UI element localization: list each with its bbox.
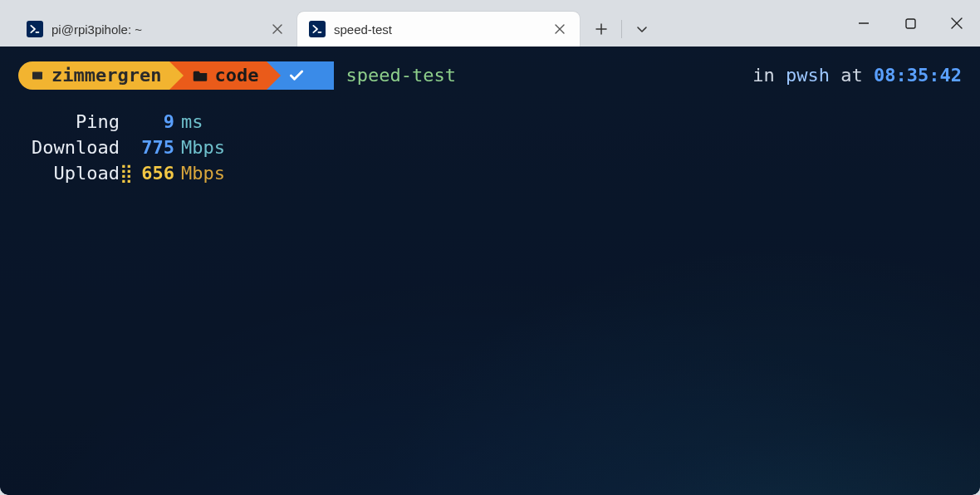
- segment-arrow-icon: [169, 61, 184, 90]
- result-row-upload: Upload ⣿ 656 Mbps: [23, 161, 962, 187]
- svg-rect-0: [36, 32, 40, 33]
- prompt-left: zimmergren code: [18, 61, 456, 90]
- new-tab-button[interactable]: [585, 14, 618, 44]
- result-label: Upload: [23, 161, 135, 187]
- terminal-content: zimmergren code: [0, 47, 980, 201]
- prompt-time: 08:35:42: [874, 65, 962, 86]
- prompt-line: zimmergren code: [18, 61, 962, 90]
- prompt-right: in pwsh at 08:35:42: [752, 63, 962, 89]
- result-row-ping: Ping 9 ms: [23, 110, 962, 135]
- tab-label: pi@rpi3pihole: ~: [51, 22, 259, 37]
- prompt-shell: pwsh: [786, 65, 830, 86]
- check-icon: [288, 67, 305, 84]
- divider: [621, 20, 622, 38]
- result-label: Download: [23, 135, 135, 161]
- prompt-user-segment: zimmergren: [18, 61, 184, 90]
- window-controls: [840, 0, 980, 47]
- svg-rect-1: [318, 32, 322, 33]
- close-window-button[interactable]: [933, 0, 980, 47]
- tab-actions: [580, 12, 659, 47]
- svg-rect-3: [32, 72, 42, 80]
- result-value: 775: [135, 135, 181, 161]
- tab-label: speed-test: [334, 22, 541, 37]
- maximize-button[interactable]: [887, 0, 933, 47]
- speedtest-results: Ping 9 ms Download 775 Mbps Upload ⣿ 656…: [23, 110, 962, 186]
- powershell-icon: [27, 21, 43, 37]
- terminal-pane[interactable]: zimmergren code: [0, 47, 980, 495]
- titlebar: pi@rpi3pihole: ~ speed-test: [0, 0, 980, 47]
- segment-arrow-icon: [320, 61, 334, 90]
- folder-icon: [193, 69, 208, 82]
- prompt-command: speed-test: [345, 63, 455, 89]
- result-row-download: Download 775 Mbps: [23, 135, 962, 161]
- result-label: Ping: [23, 110, 135, 135]
- prompt-in-word: in: [752, 65, 775, 86]
- close-tab-button[interactable]: [267, 19, 287, 39]
- prompt-dir: code: [214, 63, 258, 89]
- tab-item[interactable]: pi@rpi3pihole: ~: [15, 12, 297, 47]
- tab-item[interactable]: speed-test: [297, 12, 580, 47]
- result-value: 656: [135, 161, 181, 187]
- result-unit: Mbps: [181, 161, 225, 187]
- home-icon: [30, 68, 45, 83]
- result-value: 9: [135, 110, 181, 135]
- prompt-user: zimmergren: [51, 63, 161, 89]
- result-unit: Mbps: [181, 135, 225, 161]
- minimize-button[interactable]: [840, 0, 887, 47]
- prompt-at-word: at: [840, 65, 863, 86]
- powershell-icon: [309, 21, 326, 37]
- tab-dropdown-button[interactable]: [625, 14, 659, 44]
- window-root: pi@rpi3pihole: ~ speed-test: [0, 0, 980, 495]
- prompt-dir-segment: code: [169, 61, 281, 90]
- close-tab-button[interactable]: [550, 19, 570, 39]
- svg-rect-2: [906, 19, 915, 28]
- spinner-icon: ⣿: [120, 161, 131, 187]
- segment-arrow-icon: [267, 61, 281, 90]
- result-unit: ms: [181, 110, 203, 135]
- tab-strip: pi@rpi3pihole: ~ speed-test: [15, 0, 580, 47]
